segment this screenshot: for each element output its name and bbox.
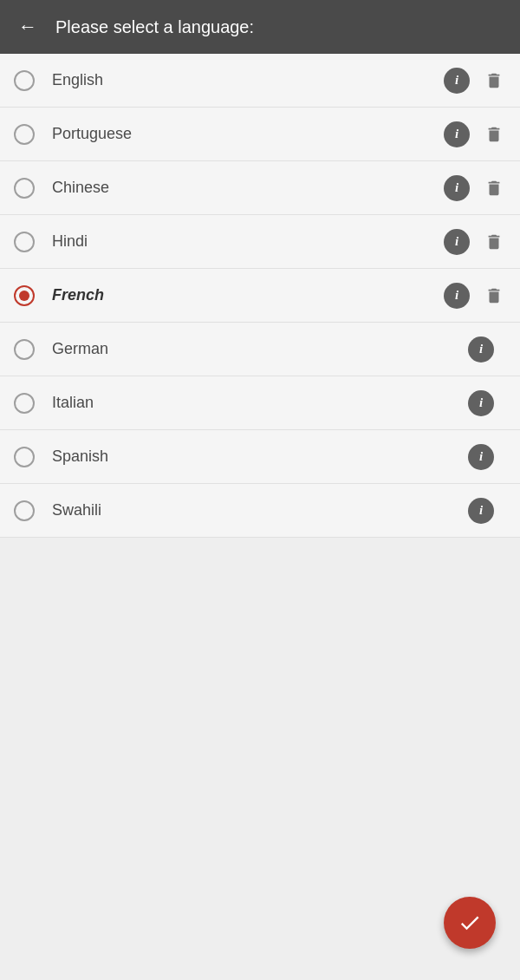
info-icon-english[interactable]: i	[444, 68, 470, 94]
delete-icon-portuguese[interactable]	[482, 122, 506, 147]
info-icon-portuguese[interactable]: i	[444, 121, 470, 147]
language-name-spanish: Spanish	[52, 448, 468, 466]
checkmark-icon	[458, 911, 482, 935]
language-item-french[interactable]: Frenchi	[0, 269, 520, 323]
language-name-german: German	[52, 340, 468, 358]
info-icon-spanish[interactable]: i	[468, 444, 494, 470]
language-item-swahili[interactable]: Swahilii	[0, 484, 520, 538]
language-item-portuguese[interactable]: Portuguesei	[0, 108, 520, 161]
language-name-english: English	[52, 71, 444, 89]
language-item-spanish[interactable]: Spanishi	[0, 430, 520, 484]
delete-icon-french[interactable]	[482, 284, 506, 308]
language-item-english[interactable]: Englishi	[0, 54, 520, 108]
radio-swahili[interactable]	[14, 500, 35, 521]
info-icon-french[interactable]: i	[444, 283, 470, 309]
delete-icon-hindi[interactable]	[482, 230, 506, 254]
radio-portuguese[interactable]	[14, 124, 35, 145]
radio-french[interactable]	[14, 285, 35, 306]
language-item-german[interactable]: Germani	[0, 323, 520, 376]
language-item-hindi[interactable]: Hindii	[0, 215, 520, 269]
language-name-italian: Italian	[52, 394, 468, 412]
info-icon-italian[interactable]: i	[468, 390, 494, 416]
language-name-portuguese: Portuguese	[52, 125, 444, 143]
language-name-chinese: Chinese	[52, 179, 444, 197]
info-icon-swahili[interactable]: i	[468, 498, 494, 524]
page-title: Please select a language:	[55, 17, 254, 37]
radio-chinese[interactable]	[14, 178, 35, 199]
confirm-fab[interactable]	[444, 897, 496, 949]
language-list: Englishi Portuguesei Chinesei Hindii Fre…	[0, 54, 520, 538]
info-icon-chinese[interactable]: i	[444, 175, 470, 201]
radio-spanish[interactable]	[14, 447, 35, 467]
radio-english[interactable]	[14, 70, 35, 91]
delete-icon-chinese[interactable]	[482, 176, 506, 200]
language-item-chinese[interactable]: Chinesei	[0, 161, 520, 215]
language-name-french: French	[52, 286, 444, 304]
radio-hindi[interactable]	[14, 232, 35, 252]
header: ← Please select a language:	[0, 0, 520, 54]
info-icon-hindi[interactable]: i	[444, 229, 470, 255]
radio-italian[interactable]	[14, 393, 35, 414]
language-name-swahili: Swahili	[52, 501, 468, 519]
info-icon-german[interactable]: i	[468, 336, 494, 363]
back-button[interactable]: ←	[14, 16, 42, 38]
language-item-italian[interactable]: Italiani	[0, 376, 520, 430]
delete-icon-english[interactable]	[482, 69, 506, 93]
radio-german[interactable]	[14, 339, 35, 360]
language-name-hindi: Hindi	[52, 232, 444, 251]
